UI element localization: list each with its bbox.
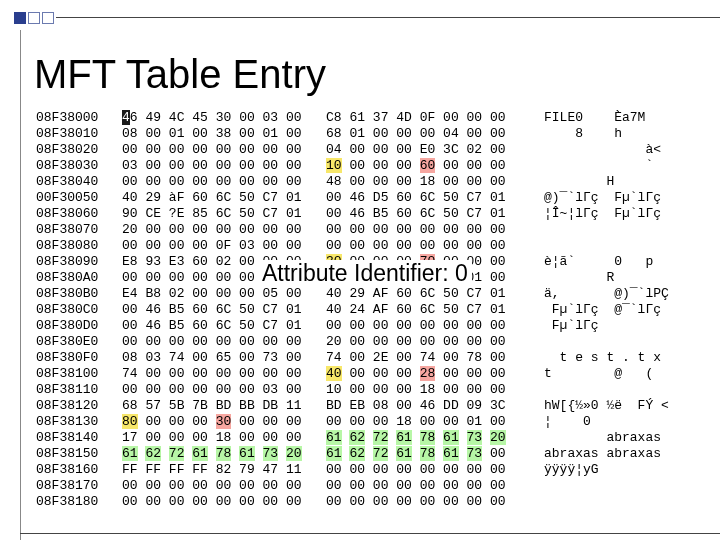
hex-addr: 08F38040 bbox=[36, 174, 122, 190]
hex-row: 08F380D000 46 B5 60 6C 50 C7 01 00 00 00… bbox=[36, 318, 700, 334]
hex-row: 08F3815061 62 72 61 78 61 73 20 61 62 72… bbox=[36, 446, 700, 462]
hex-ascii bbox=[544, 334, 700, 350]
hex-bytes: 68 01 00 00 00 04 00 00 bbox=[326, 126, 544, 142]
hex-bytes: 10 00 00 00 18 00 00 00 bbox=[326, 382, 544, 398]
hex-row: 08F3808000 00 00 00 0F 03 00 00 00 00 00… bbox=[36, 238, 700, 254]
hex-addr: 08F38180 bbox=[36, 494, 122, 510]
hex-ascii: Fµ`lΓç bbox=[544, 318, 700, 334]
hex-addr: 08F38130 bbox=[36, 414, 122, 430]
hex-bytes: 08 00 01 00 38 00 01 00 bbox=[122, 126, 326, 142]
hex-bytes: 61 62 72 61 78 61 73 00 bbox=[326, 446, 544, 462]
hex-ascii: ¦ 0 bbox=[544, 414, 700, 430]
hex-bytes: 10 00 00 00 60 00 00 00 bbox=[326, 158, 544, 174]
hex-bytes: 00 46 B5 60 6C 50 C7 01 bbox=[326, 206, 544, 222]
hex-row: 08F380F008 03 74 00 65 00 73 00 74 00 2E… bbox=[36, 350, 700, 366]
hex-bytes: C8 61 37 4D 0F 00 00 00 bbox=[326, 110, 544, 126]
hex-addr: 08F38080 bbox=[36, 238, 122, 254]
hex-row: 08F3813080 00 00 00 30 00 00 00 00 00 00… bbox=[36, 414, 700, 430]
hex-bytes: 20 00 00 00 00 00 00 00 bbox=[122, 222, 326, 238]
hex-row: 08F3803003 00 00 00 00 00 00 00 10 00 00… bbox=[36, 158, 700, 174]
hex-addr: 00F30050 bbox=[36, 190, 122, 206]
hex-bytes: 00 00 00 00 00 00 00 00 bbox=[326, 462, 544, 478]
hex-ascii: Fµ`lΓç @¯`lΓç bbox=[544, 302, 700, 318]
hex-addr: 08F38110 bbox=[36, 382, 122, 398]
hex-addr: 08F380F0 bbox=[36, 350, 122, 366]
hex-bytes: 90 CE ?E 85 6C 50 C7 01 bbox=[122, 206, 326, 222]
hex-bytes: E4 B8 02 00 00 00 05 00 bbox=[122, 286, 326, 302]
hex-bytes: 00 00 00 00 00 00 00 00 bbox=[122, 494, 326, 510]
hex-bytes: 40 29 AF 60 6C 50 C7 01 bbox=[326, 286, 544, 302]
hex-bytes: 40 00 00 00 28 00 00 00 bbox=[326, 366, 544, 382]
hex-row: 08F3811000 00 00 00 00 00 03 00 10 00 00… bbox=[36, 382, 700, 398]
hex-addr: 08F38160 bbox=[36, 462, 122, 478]
hex-ascii bbox=[544, 382, 700, 398]
hex-bytes: 68 57 5B 7B BD BB DB 11 bbox=[122, 398, 326, 414]
hex-row: 08F3818000 00 00 00 00 00 00 00 00 00 00… bbox=[36, 494, 700, 510]
attribute-identifier-callout: Attribute Identifier: 0 bbox=[258, 260, 472, 287]
hex-bytes: 03 00 00 00 00 00 00 00 bbox=[122, 158, 326, 174]
hex-bytes: 20 00 00 00 00 00 00 00 bbox=[326, 334, 544, 350]
hex-ascii bbox=[544, 478, 700, 494]
hex-addr: 08F38090 bbox=[36, 254, 122, 270]
hex-bytes: 00 00 00 00 00 00 00 00 bbox=[326, 478, 544, 494]
page-title: MFT Table Entry bbox=[34, 52, 326, 97]
hex-bytes: 00 46 B5 60 6C 50 C7 01 bbox=[122, 318, 326, 334]
hex-bytes: 00 00 00 00 00 00 00 00 bbox=[122, 142, 326, 158]
hex-bytes: 00 46 D5 60 6C 50 C7 01 bbox=[326, 190, 544, 206]
hex-row: 08F3801008 00 01 00 38 00 01 00 68 01 00… bbox=[36, 126, 700, 142]
hex-bytes: 74 00 00 00 00 00 00 00 bbox=[122, 366, 326, 382]
hex-bytes: 00 00 00 00 00 00 00 00 bbox=[326, 318, 544, 334]
hex-bytes: 00 00 00 00 00 00 00 00 bbox=[122, 334, 326, 350]
hex-addr: 08F380E0 bbox=[36, 334, 122, 350]
hex-row: 08F3806090 CE ?E 85 6C 50 C7 01 00 46 B5… bbox=[36, 206, 700, 222]
slide-corner-squares bbox=[14, 12, 54, 24]
hex-ascii bbox=[544, 238, 700, 254]
hex-bytes: 00 00 00 00 00 00 00 00 bbox=[326, 494, 544, 510]
hex-row: 08F3800046 49 4C 45 30 00 03 00 C8 61 37… bbox=[36, 110, 700, 126]
hex-row: 08F380E000 00 00 00 00 00 00 00 20 00 00… bbox=[36, 334, 700, 350]
hex-ascii: è¦ã` 0 p bbox=[544, 254, 700, 270]
hex-ascii: ` bbox=[544, 158, 700, 174]
hex-bytes: 00 00 00 00 00 00 00 00 bbox=[122, 174, 326, 190]
hex-ascii: abraxas abraxas bbox=[544, 446, 700, 462]
hex-bytes: 00 00 00 00 00 00 00 00 bbox=[326, 222, 544, 238]
hex-ascii: R bbox=[544, 270, 700, 286]
hex-addr: 08F38170 bbox=[36, 478, 122, 494]
hex-addr: 08F38140 bbox=[36, 430, 122, 446]
hex-row: 08F3814017 00 00 00 18 00 00 00 61 62 72… bbox=[36, 430, 700, 446]
hex-bytes: 00 00 00 00 00 00 00 00 bbox=[122, 478, 326, 494]
hex-bytes: 00 00 00 00 0F 03 00 00 bbox=[122, 238, 326, 254]
hex-ascii: t e s t . t x bbox=[544, 350, 700, 366]
hex-row: 08F3812068 57 5B 7B BD BB DB 11 BD EB 08… bbox=[36, 398, 700, 414]
hex-bytes: 40 29 àF 60 6C 50 C7 01 bbox=[122, 190, 326, 206]
hex-ascii: ä, @)¯`lΡÇ bbox=[544, 286, 700, 302]
hex-bytes: 17 00 00 00 18 00 00 00 bbox=[122, 430, 326, 446]
hex-ascii: abraxas bbox=[544, 430, 700, 446]
hex-ascii: FILE0 Èa7M bbox=[544, 110, 700, 126]
hex-bytes: 00 00 00 18 00 00 01 00 bbox=[326, 414, 544, 430]
hex-ascii: ¦Î~¦lΓç Fµ`lΓç bbox=[544, 206, 700, 222]
hex-row: 08F3802000 00 00 00 00 00 00 00 04 00 00… bbox=[36, 142, 700, 158]
hex-bytes: 40 24 AF 60 6C 50 C7 01 bbox=[326, 302, 544, 318]
hex-row: 08F3817000 00 00 00 00 00 00 00 00 00 00… bbox=[36, 478, 700, 494]
hex-row: 08F380C000 46 B5 60 6C 50 C7 01 40 24 AF… bbox=[36, 302, 700, 318]
hex-addr: 08F380B0 bbox=[36, 286, 122, 302]
hex-bytes: 48 00 00 00 18 00 00 00 bbox=[326, 174, 544, 190]
hex-row: 08F3810074 00 00 00 00 00 00 00 40 00 00… bbox=[36, 366, 700, 382]
hex-bytes: 46 49 4C 45 30 00 03 00 bbox=[122, 110, 326, 126]
hex-addr: 08F380D0 bbox=[36, 318, 122, 334]
hex-addr: 08F38070 bbox=[36, 222, 122, 238]
hex-addr: 08F38100 bbox=[36, 366, 122, 382]
hex-addr: 08F38030 bbox=[36, 158, 122, 174]
hex-row: 08F380B0E4 B8 02 00 00 00 05 00 40 29 AF… bbox=[36, 286, 700, 302]
hex-bytes: 00 00 00 00 00 00 03 00 bbox=[122, 382, 326, 398]
hex-ascii: hW[{½»0 ½ë FÝ < bbox=[544, 398, 700, 414]
hex-bytes: 08 03 74 00 65 00 73 00 bbox=[122, 350, 326, 366]
hex-row: 00F3005040 29 àF 60 6C 50 C7 01 00 46 D5… bbox=[36, 190, 700, 206]
hex-bytes: BD EB 08 00 46 DD 09 3C bbox=[326, 398, 544, 414]
hex-bytes: 61 62 72 61 78 61 73 20 bbox=[122, 446, 326, 462]
bottom-rule bbox=[20, 533, 720, 534]
hex-addr: 08F380A0 bbox=[36, 270, 122, 286]
hex-bytes: FF FF FF FF 82 79 47 11 bbox=[122, 462, 326, 478]
hex-dump: 08F3800046 49 4C 45 30 00 03 00 C8 61 37… bbox=[36, 110, 700, 510]
